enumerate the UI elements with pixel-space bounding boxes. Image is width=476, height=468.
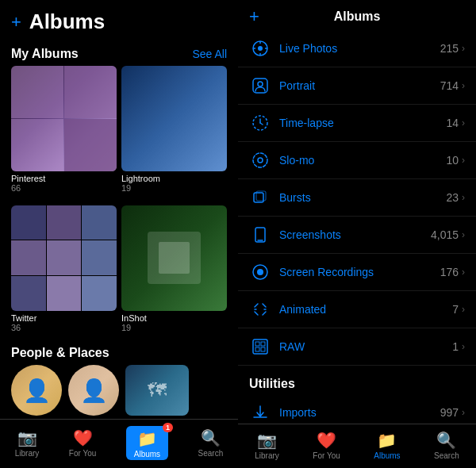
utilities-header: Utilities xyxy=(238,366,476,394)
live-photos-count: 215 xyxy=(440,42,459,55)
animated-icon xyxy=(249,298,271,320)
media-item-screenshots[interactable]: Screenshots 4,015 › xyxy=(238,217,476,254)
timelapse-count: 14 xyxy=(446,117,459,129)
right-nav-library[interactable]: 📷 Library xyxy=(255,431,279,460)
avatar-1 xyxy=(11,365,62,416)
media-item-slomo[interactable]: Slo-mo 10 › xyxy=(238,142,476,179)
imports-count: 997 xyxy=(440,406,459,419)
slomo-count: 10 xyxy=(446,154,459,167)
nav-for-you[interactable]: ❤️ For You xyxy=(69,428,96,458)
people-row: 🗺 xyxy=(11,365,227,416)
right-add-button[interactable]: + xyxy=(249,6,259,27)
people-places-section: People & Places 🗺 xyxy=(0,339,238,419)
left-add-button[interactable]: + xyxy=(11,12,21,33)
album-item-twitter[interactable]: Twitter 36 xyxy=(11,205,117,340)
album-thumb-twitter xyxy=(11,205,117,311)
media-item-portrait[interactable]: Portrait 714 › xyxy=(238,67,476,105)
svg-rect-23 xyxy=(261,347,265,351)
album-thumb-inshot xyxy=(121,205,227,311)
right-nav-search[interactable]: 🔍 Search xyxy=(434,431,459,460)
svg-rect-21 xyxy=(261,342,265,346)
left-header: + Albums xyxy=(0,0,238,37)
left-panel-title: Albums xyxy=(29,10,105,34)
media-item-raw[interactable]: RAW 1 › xyxy=(238,328,476,366)
person-item-1[interactable] xyxy=(11,365,62,416)
right-for-you-icon: ❤️ xyxy=(317,431,336,450)
album-item-pinterest[interactable]: Pinterest 66 xyxy=(11,66,117,201)
bursts-icon xyxy=(249,186,271,209)
screen-recordings-icon xyxy=(249,261,271,283)
media-item-bursts[interactable]: Bursts 23 › xyxy=(238,179,476,217)
nav-library-label: Library xyxy=(15,449,40,458)
avatar-2 xyxy=(68,365,119,416)
screenshots-name: Screenshots xyxy=(279,228,431,241)
portrait-chevron: › xyxy=(462,80,465,91)
media-item-live-photos[interactable]: Live Photos 215 › xyxy=(238,30,476,67)
nav-albums-label: Albums xyxy=(134,450,160,458)
animated-chevron: › xyxy=(462,304,465,315)
nav-search[interactable]: 🔍 Search xyxy=(198,428,224,458)
raw-icon xyxy=(249,336,271,358)
right-panel-title: Albums xyxy=(334,10,381,24)
raw-count: 1 xyxy=(452,340,459,353)
timelapse-icon xyxy=(249,112,271,134)
album-name-lightroom: Lightroom xyxy=(121,174,227,183)
svg-point-12 xyxy=(258,158,263,163)
people-places-label: People & Places xyxy=(11,346,109,359)
albums-icon-active: 📁 xyxy=(137,429,157,448)
media-item-screen-recordings[interactable]: Screen Recordings 176 › xyxy=(238,254,476,291)
right-nav-for-you-label: For You xyxy=(313,451,340,460)
media-item-imports[interactable]: Imports 997 › xyxy=(238,394,476,424)
nav-albums-active[interactable]: 📁 Albums 1 xyxy=(126,426,168,460)
bursts-name: Bursts xyxy=(279,191,446,204)
library-icon: 📷 xyxy=(17,428,37,447)
svg-rect-20 xyxy=(255,342,259,346)
album-count-pinterest: 66 xyxy=(11,183,117,193)
person-item-2[interactable] xyxy=(68,365,119,416)
right-nav-albums-active[interactable]: 📁 Albums xyxy=(374,431,400,460)
nav-library[interactable]: 📷 Library xyxy=(15,428,40,458)
portrait-count: 714 xyxy=(440,79,459,92)
map-thumbnail: 🗺 xyxy=(125,365,189,416)
media-type-list: Live Photos 215 › Portrait 714 › xyxy=(238,30,476,424)
right-nav-search-label: Search xyxy=(434,451,459,460)
animated-name: Animated xyxy=(279,303,452,316)
live-photos-name: Live Photos xyxy=(279,42,440,55)
live-photos-icon xyxy=(249,37,271,59)
see-all-button[interactable]: See All xyxy=(192,48,227,60)
album-name-pinterest: Pinterest xyxy=(11,174,117,183)
media-item-timelapse[interactable]: Time-lapse 14 › xyxy=(238,105,476,142)
album-item-lightroom[interactable]: Lightroom 19 xyxy=(121,66,227,201)
animated-count: 7 xyxy=(452,303,459,316)
screenshots-icon xyxy=(249,224,271,246)
media-item-animated[interactable]: Animated 7 › xyxy=(238,291,476,328)
search-icon: 🔍 xyxy=(201,428,221,447)
album-thumb-pinterest xyxy=(11,66,117,171)
svg-line-10 xyxy=(260,123,263,125)
right-bottom-nav: 📷 Library ❤️ For You 📁 Albums 🔍 Search xyxy=(238,424,476,468)
slomo-name: Slo-mo xyxy=(279,154,446,167)
right-search-icon: 🔍 xyxy=(436,431,456,450)
svg-point-7 xyxy=(258,82,263,86)
screen-recordings-name: Screen Recordings xyxy=(279,266,440,278)
album-thumb-lightroom xyxy=(121,66,227,171)
screenshots-chevron: › xyxy=(462,229,465,240)
svg-point-1 xyxy=(258,46,263,51)
my-albums-section-header: My Albums See All xyxy=(0,37,238,66)
album-item-inshot[interactable]: InShot 19 xyxy=(121,205,227,340)
right-panel: + Albums Live Photos 215 › xyxy=(238,0,476,468)
timelapse-name: Time-lapse xyxy=(279,117,446,129)
nav-badge: 1 xyxy=(163,423,173,432)
right-nav-for-you[interactable]: ❤️ For You xyxy=(313,431,340,460)
timelapse-chevron: › xyxy=(462,117,465,129)
album-count-inshot: 19 xyxy=(121,323,227,332)
live-photos-chevron: › xyxy=(462,43,465,54)
imports-name: Imports xyxy=(279,406,440,419)
right-nav-library-label: Library xyxy=(255,451,279,460)
svg-point-11 xyxy=(253,153,267,167)
screenshots-count: 4,015 xyxy=(431,228,459,241)
left-panel: + Albums My Albums See All Pinterest 66 xyxy=(0,0,238,468)
imports-chevron: › xyxy=(462,407,465,418)
place-map-item[interactable]: 🗺 xyxy=(125,365,189,416)
bursts-chevron: › xyxy=(462,192,465,203)
